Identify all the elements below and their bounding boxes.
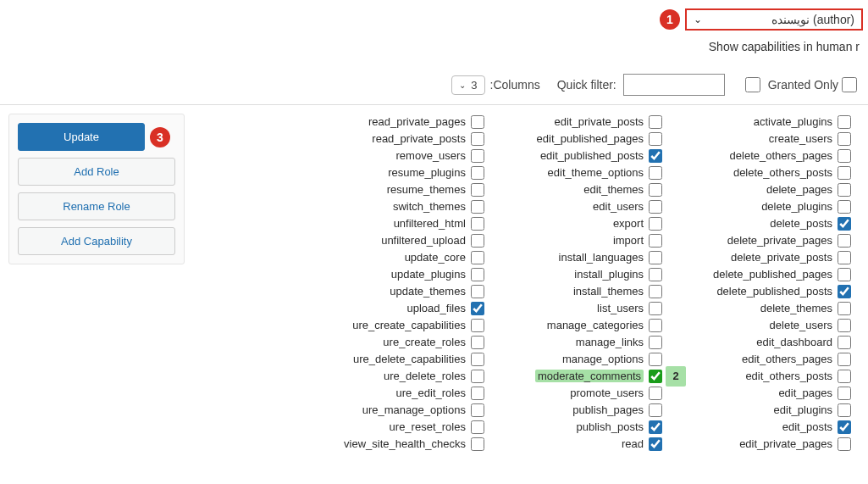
capability-row: read bbox=[535, 436, 662, 452]
capability-row: delete_private_posts bbox=[713, 249, 851, 265]
capability-checkbox[interactable] bbox=[471, 166, 484, 180]
capability-checkbox[interactable] bbox=[649, 387, 662, 400]
cap-column-3: activate_pluginscreate_usersdelete_other… bbox=[713, 114, 851, 452]
granted-only-checkbox-2[interactable] bbox=[842, 77, 857, 92]
rename-role-button[interactable]: Rename Role bbox=[18, 192, 175, 220]
capability-label: ure_delete_roles bbox=[384, 370, 466, 382]
capability-row: export bbox=[535, 215, 662, 231]
capability-checkbox[interactable] bbox=[649, 336, 662, 349]
capability-row: delete_others_posts bbox=[713, 164, 851, 181]
capability-row: resume_plugins bbox=[344, 164, 484, 181]
capability-checkbox[interactable] bbox=[838, 166, 851, 180]
capability-checkbox[interactable] bbox=[471, 217, 484, 231]
capability-label: ure_manage_options bbox=[362, 403, 466, 416]
capability-label: install_themes bbox=[573, 285, 644, 298]
capability-checkbox[interactable] bbox=[838, 132, 851, 146]
capability-checkbox[interactable] bbox=[649, 115, 662, 129]
capability-label: delete_users bbox=[770, 319, 832, 331]
capability-checkbox[interactable] bbox=[838, 319, 851, 332]
capability-label: edit_dashboard bbox=[756, 336, 832, 348]
role-selector[interactable]: ⌄ نویسنده (author) bbox=[685, 8, 863, 31]
capability-checkbox[interactable] bbox=[649, 319, 662, 332]
capability-checkbox[interactable] bbox=[838, 420, 851, 434]
capability-row: publish_pages bbox=[535, 402, 662, 418]
capability-checkbox[interactable] bbox=[649, 166, 662, 180]
capability-checkbox[interactable] bbox=[471, 437, 484, 451]
capability-checkbox[interactable] bbox=[838, 370, 851, 383]
capability-checkbox[interactable] bbox=[838, 268, 851, 281]
capability-checkbox[interactable] bbox=[471, 200, 484, 214]
capability-checkbox[interactable] bbox=[838, 115, 851, 129]
capability-checkbox[interactable] bbox=[649, 268, 662, 281]
capability-checkbox[interactable] bbox=[838, 403, 851, 417]
capability-checkbox[interactable] bbox=[838, 353, 851, 366]
capability-checkbox[interactable] bbox=[838, 217, 851, 231]
capability-row: manage_categories bbox=[535, 317, 662, 333]
capability-label: create_users bbox=[769, 132, 832, 145]
add-capability-button[interactable]: Add Capability bbox=[18, 227, 175, 255]
capability-checkbox[interactable] bbox=[471, 387, 484, 400]
update-button[interactable]: Update bbox=[18, 123, 145, 151]
capability-checkbox[interactable] bbox=[838, 234, 851, 248]
capability-checkbox[interactable] bbox=[649, 353, 662, 366]
capability-row: update_plugins bbox=[344, 266, 484, 282]
capability-checkbox[interactable] bbox=[649, 285, 662, 298]
capability-row: edit_private_posts bbox=[535, 114, 662, 130]
capability-checkbox[interactable] bbox=[471, 268, 484, 281]
capability-checkbox[interactable] bbox=[838, 437, 851, 451]
capability-checkbox[interactable] bbox=[649, 234, 662, 248]
capability-checkbox[interactable] bbox=[649, 132, 662, 146]
capability-label: edit_theme_options bbox=[548, 166, 644, 179]
granted-only-checkbox[interactable] bbox=[745, 77, 760, 92]
capability-checkbox[interactable] bbox=[471, 251, 484, 264]
capability-checkbox[interactable] bbox=[471, 370, 484, 383]
capability-label: edit_published_posts bbox=[540, 149, 644, 162]
capability-checkbox[interactable] bbox=[838, 387, 851, 400]
marker-3: 3 bbox=[150, 127, 170, 147]
capability-checkbox[interactable] bbox=[649, 251, 662, 264]
capability-label: delete_others_pages bbox=[730, 149, 832, 162]
capability-checkbox[interactable] bbox=[471, 132, 484, 146]
capability-checkbox[interactable] bbox=[649, 302, 662, 315]
capability-label: import bbox=[613, 234, 644, 247]
capability-checkbox[interactable] bbox=[471, 353, 484, 366]
capability-label: edit_private_pages bbox=[739, 437, 832, 450]
capability-label: manage_categories bbox=[547, 319, 644, 331]
capability-checkbox[interactable] bbox=[838, 285, 851, 298]
capability-checkbox[interactable] bbox=[838, 183, 851, 197]
capability-checkbox[interactable] bbox=[471, 302, 484, 315]
capability-label: ure_create_capabilities bbox=[352, 319, 466, 331]
capability-checkbox[interactable] bbox=[838, 251, 851, 264]
capability-checkbox[interactable] bbox=[471, 183, 484, 197]
capability-checkbox[interactable] bbox=[471, 403, 484, 417]
capability-checkbox[interactable] bbox=[838, 336, 851, 349]
capability-checkbox[interactable] bbox=[471, 234, 484, 248]
capability-checkbox[interactable] bbox=[649, 149, 662, 163]
capability-row: delete_others_pages bbox=[713, 147, 851, 164]
capability-checkbox[interactable] bbox=[649, 370, 662, 383]
capability-checkbox[interactable] bbox=[471, 115, 484, 129]
capability-checkbox[interactable] bbox=[471, 285, 484, 298]
capability-checkbox[interactable] bbox=[471, 149, 484, 163]
capability-checkbox[interactable] bbox=[649, 200, 662, 214]
quick-filter-input[interactable] bbox=[623, 74, 725, 96]
capability-checkbox[interactable] bbox=[471, 319, 484, 332]
capability-label: edit_plugins bbox=[774, 403, 832, 416]
capability-checkbox[interactable] bbox=[838, 200, 851, 214]
capability-checkbox[interactable] bbox=[838, 302, 851, 315]
capability-checkbox[interactable] bbox=[838, 149, 851, 163]
capability-checkbox[interactable] bbox=[649, 420, 662, 434]
capability-row: ure_manage_options bbox=[344, 402, 484, 418]
capability-checkbox[interactable] bbox=[649, 437, 662, 451]
capability-row: edit_theme_options bbox=[535, 164, 662, 181]
add-role-button[interactable]: Add Role bbox=[18, 158, 175, 186]
columns-select[interactable]: ⌄ 3 bbox=[451, 75, 484, 95]
capability-row: edit_private_pages bbox=[713, 436, 851, 452]
capability-checkbox[interactable] bbox=[471, 420, 484, 434]
capability-checkbox[interactable] bbox=[649, 217, 662, 231]
capability-checkbox[interactable] bbox=[649, 183, 662, 197]
capability-checkbox[interactable] bbox=[649, 403, 662, 417]
capability-label: publish_posts bbox=[577, 420, 644, 433]
capability-label: delete_private_pages bbox=[727, 234, 832, 247]
capability-checkbox[interactable] bbox=[471, 336, 484, 349]
